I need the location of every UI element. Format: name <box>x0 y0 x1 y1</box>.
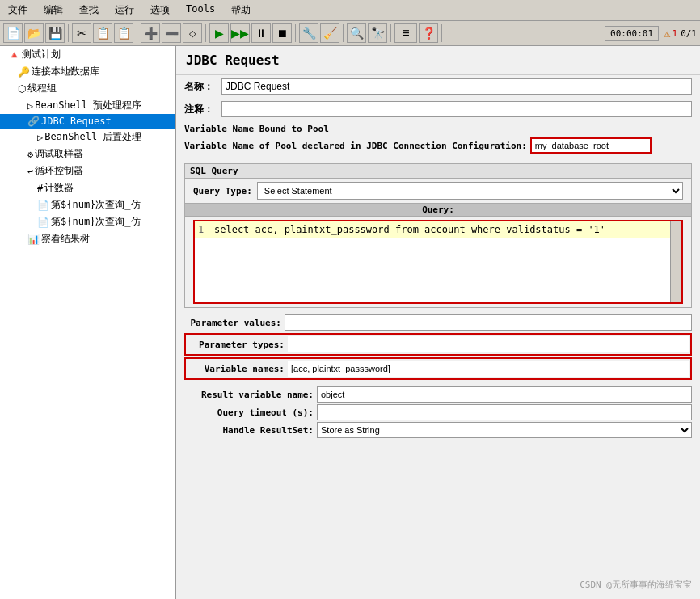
thread-icon: ⬡ <box>18 83 26 95</box>
tree-item-thread-group[interactable]: ⬡ 线程组 <box>0 80 175 97</box>
tree-item-jdbc-request[interactable]: 🔗 JDBC Request <box>0 114 175 129</box>
toolbar-help[interactable]: ❓ <box>419 23 438 43</box>
main-container: 🔺 测试计划 🔑 连接本地数据库 ⬡ 线程组 ▷ BeanShell 预处理程序… <box>0 46 700 599</box>
var-pool-row: Variable Name of Pool declared in JDBC C… <box>184 137 692 154</box>
panel-title: JDBC Request <box>176 46 700 75</box>
tree-item-db-connection[interactable]: 🔑 连接本地数据库 <box>0 63 175 80</box>
separator-7 <box>441 24 442 42</box>
query-type-label: Query Type: <box>193 186 252 196</box>
toolbar-binoculars[interactable]: 🔭 <box>368 23 387 43</box>
separator-1 <box>68 24 69 42</box>
tree-item-counter[interactable]: # 计数器 <box>0 179 175 196</box>
line-number: 1 <box>198 224 214 235</box>
separator-6 <box>390 24 391 42</box>
toolbar-clear[interactable]: 🔧 <box>299 23 318 43</box>
tree-item-beanshell-pre[interactable]: ▷ BeanShell 预处理程序 <box>0 97 175 114</box>
handle-result-row: Handle ResultSet: Store as String Store … <box>184 422 692 438</box>
tree-item-test-plan[interactable]: 🔺 测试计划 <box>0 46 175 63</box>
tree-item-label: BeanShell 后置处理 <box>44 130 141 144</box>
param-types-row: Parameter types: <box>184 333 692 356</box>
toolbar-add[interactable]: ➕ <box>141 23 160 43</box>
comment-row: 注释： <box>176 98 700 120</box>
script-icon: ▷ <box>37 132 43 143</box>
separator-2 <box>137 24 137 42</box>
elapsed-time: 00:00:01 <box>605 26 659 41</box>
tree-item-results-tree[interactable]: 📊 察看结果树 <box>0 230 175 247</box>
menu-tools[interactable]: Tools <box>181 2 220 19</box>
query-container: 1 select acc, plaintxt_passsword from ac… <box>193 220 683 304</box>
var-names-row: Variable names: <box>184 357 692 380</box>
tree-item-label: BeanShell 预处理程序 <box>35 99 141 112</box>
tree-item-loop-controller[interactable]: ↩ 循环控制器 <box>0 162 175 179</box>
tree-item-label: 第${num}次查询_仿 <box>51 198 141 212</box>
toolbar-search[interactable]: 🔍 <box>347 23 366 43</box>
tree-item-label: 测试计划 <box>22 48 61 61</box>
result-section: Result variable name: Query timeout (s):… <box>176 385 700 441</box>
result-var-row: Result variable name: <box>184 386 692 403</box>
query-timeout-label: Query timeout (s): <box>184 407 314 418</box>
query-text: select acc, plaintxt_passsword from acco… <box>214 224 678 235</box>
menu-help[interactable]: 帮助 <box>226 2 255 19</box>
counter-icon: # <box>37 183 43 194</box>
result-var-label: Result variable name: <box>184 390 314 400</box>
param-types-label: Parameter types: <box>188 340 285 350</box>
query-scrollbar[interactable] <box>670 221 681 302</box>
comment-input[interactable] <box>221 101 692 117</box>
tree-item-label: 循环控制器 <box>35 164 83 178</box>
result-var-input[interactable] <box>317 386 692 403</box>
toolbar-start-no-pause[interactable]: ▶▶ <box>230 23 250 43</box>
parameter-section: Parameter values: Parameter types: Varia… <box>176 311 700 385</box>
sql-query-section: SQL Query Query Type: Select Statement U… <box>184 163 692 308</box>
toolbar-settings[interactable]: ≡ <box>394 23 417 43</box>
menu-run[interactable]: 运行 <box>110 2 139 19</box>
menu-edit[interactable]: 编辑 <box>39 2 68 19</box>
handle-result-select[interactable]: Store as String Store as Object Count Re… <box>317 422 692 438</box>
toolbar: 📄 📂 💾 ✂ 📋 📋 ➕ ➖ ◇ ▶ ▶▶ ⏸ ⏹ 🔧 🧹 🔍 🔭 ≡ ❓ 0… <box>0 21 700 46</box>
tree-item-label: 调试取样器 <box>35 147 83 161</box>
name-input[interactable] <box>221 78 692 95</box>
menubar: 文件 编辑 查找 运行 选项 Tools 帮助 <box>0 0 700 21</box>
separator-5 <box>343 24 344 42</box>
tree-item-label: 连接本地数据库 <box>32 65 99 78</box>
tree-item-label: 察看结果树 <box>41 232 90 246</box>
tree-item-query-1[interactable]: 📄 第${num}次查询_仿 <box>0 196 175 213</box>
right-panel: JDBC Request 名称： 注释： Variable Name Bound… <box>176 46 700 599</box>
query-timeout-input[interactable] <box>317 404 692 420</box>
query-line-1: 1 select acc, plaintxt_passsword from ac… <box>195 221 681 238</box>
menu-options[interactable]: 选项 <box>145 2 175 19</box>
tree-item-query-2[interactable]: 📄 第${num}次查询_仿 <box>0 213 175 230</box>
pool-section: Variable Name Bound to Pool Variable Nam… <box>176 120 700 160</box>
toolbar-clear-all[interactable]: 🧹 <box>320 23 339 43</box>
toolbar-copy[interactable]: 📋 <box>93 23 112 43</box>
toolbar-new[interactable]: 📄 <box>3 23 23 43</box>
query-type-row: Query Type: Select Statement Update Stat… <box>185 179 691 203</box>
toolbar-stop[interactable]: ⏹ <box>272 23 292 43</box>
query-empty-space[interactable] <box>195 238 681 302</box>
toolbar-expand[interactable]: ◇ <box>183 23 202 43</box>
param-types-input[interactable] <box>288 336 689 352</box>
results-icon: 📊 <box>27 234 40 245</box>
toolbar-start[interactable]: ▶ <box>209 23 229 43</box>
separator-3 <box>205 24 206 42</box>
tree-item-beanshell-post[interactable]: ▷ BeanShell 后置处理 <box>0 129 175 146</box>
script-icon: ▷ <box>27 100 33 112</box>
param-values-input[interactable] <box>285 314 692 331</box>
handle-result-label: Handle ResultSet: <box>184 425 314 436</box>
tree-item-debug-sampler[interactable]: ⚙ 调试取样器 <box>0 146 175 162</box>
name-row: 名称： <box>176 75 700 98</box>
var-bound-row: Variable Name Bound to Pool <box>184 124 692 134</box>
query-type-select[interactable]: Select Statement Update Statement Callab… <box>257 182 683 200</box>
tree-item-label: 第${num}次查询_仿 <box>51 215 141 229</box>
param-values-row: Parameter values: <box>184 314 692 331</box>
menu-find[interactable]: 查找 <box>74 2 103 19</box>
menu-file[interactable]: 文件 <box>3 2 32 19</box>
var-pool-input[interactable] <box>530 137 652 154</box>
var-names-input[interactable] <box>288 361 689 377</box>
toolbar-remove[interactable]: ➖ <box>162 23 181 43</box>
toolbar-pause[interactable]: ⏸ <box>251 23 271 43</box>
toolbar-cut[interactable]: ✂ <box>72 23 91 43</box>
toolbar-paste[interactable]: 📋 <box>114 23 133 43</box>
toolbar-open[interactable]: 📂 <box>24 23 44 43</box>
toolbar-save[interactable]: 💾 <box>45 23 65 43</box>
jdbc-icon: 🔗 <box>27 116 40 127</box>
